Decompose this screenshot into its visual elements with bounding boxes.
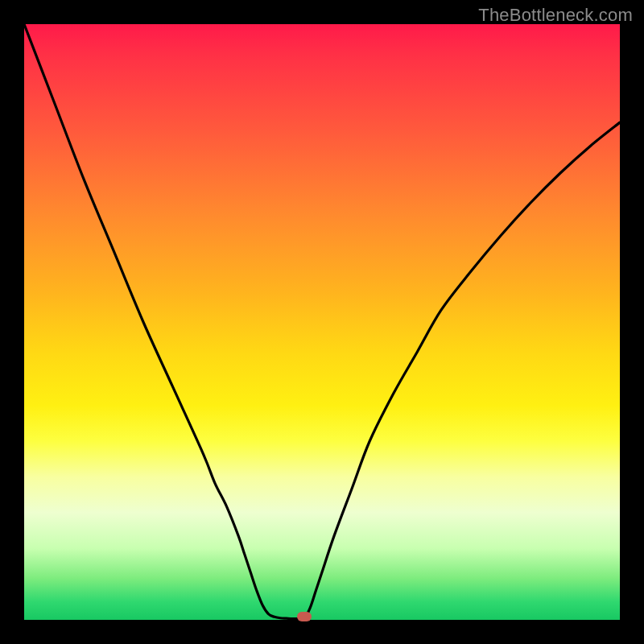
bottleneck-curve (24, 24, 620, 620)
chart-frame: TheBottleneck.com (0, 0, 644, 644)
watermark-text: TheBottleneck.com (478, 5, 633, 26)
plot-area (24, 24, 620, 620)
optimal-point-marker (297, 612, 312, 621)
